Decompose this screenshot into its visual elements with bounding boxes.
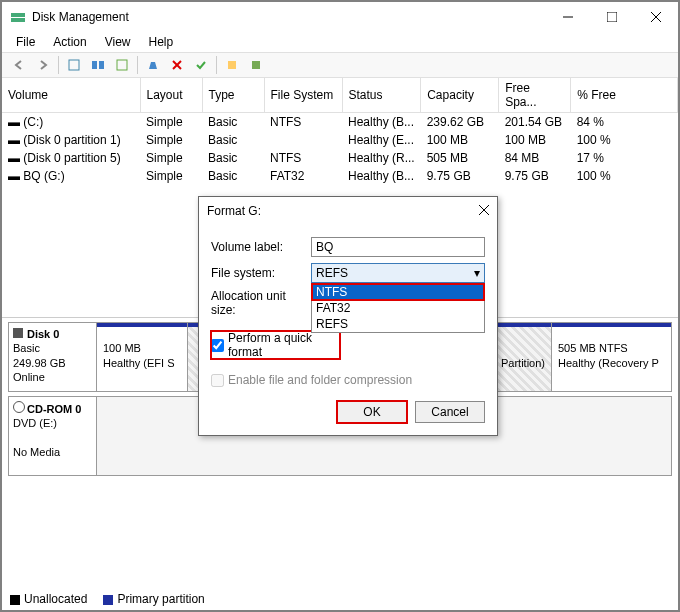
table-row[interactable]: ▬ (Disk 0 partition 5)SimpleBasicNTFSHea… [2,149,678,167]
table-row[interactable]: ▬ BQ (G:)SimpleBasicFAT32Healthy (B...9.… [2,167,678,185]
svg-rect-8 [99,61,104,69]
svg-rect-7 [92,61,97,69]
maximize-button[interactable] [590,2,634,32]
menu-help[interactable]: Help [141,33,182,51]
titlebar: Disk Management [2,2,678,32]
disk-header[interactable]: Disk 0 Basic 249.98 GB Online [9,323,97,391]
delete-icon[interactable] [166,54,188,76]
col-status[interactable]: Status [342,78,421,113]
window-title: Disk Management [32,10,546,24]
svg-rect-12 [228,61,236,69]
filesystem-dropdown: NTFS FAT32 REFS [311,283,485,333]
tool-icon[interactable] [111,54,133,76]
minimize-button[interactable] [546,2,590,32]
dialog-title: Format G: [207,204,261,218]
quick-format-checkbox[interactable]: Perform a quick format [211,331,340,359]
back-icon[interactable] [8,54,30,76]
close-icon[interactable] [479,204,489,218]
ok-button[interactable]: OK [337,401,407,423]
svg-rect-1 [11,18,25,22]
table-row[interactable]: ▬ (C:)SimpleBasicNTFSHealthy (B...239.62… [2,113,678,132]
toolbar [2,52,678,78]
cancel-button[interactable]: Cancel [415,401,485,423]
menu-file[interactable]: File [8,33,43,51]
format-dialog: Format G: Volume label: File system: REF… [198,196,498,436]
tool-icon[interactable] [63,54,85,76]
tool-icon[interactable] [87,54,109,76]
chevron-down-icon: ▾ [474,266,480,280]
app-icon [10,9,26,25]
check-icon[interactable] [190,54,212,76]
disk-icon [13,328,23,338]
option-ntfs[interactable]: NTFS [312,284,484,300]
tool-icon[interactable] [221,54,243,76]
col-layout[interactable]: Layout [140,78,202,113]
option-refs[interactable]: REFS [312,316,484,332]
col-type[interactable]: Type [202,78,264,113]
col-fs[interactable]: File System [264,78,342,113]
legend-swatch [103,595,113,605]
svg-rect-3 [607,12,617,22]
col-free[interactable]: Free Spa... [499,78,571,113]
disk-header[interactable]: CD-ROM 0 DVD (E:) No Media [9,397,97,475]
filesystem-select[interactable]: REFS▾ NTFS FAT32 REFS [311,263,485,283]
close-button[interactable] [634,2,678,32]
volume-label-input[interactable] [311,237,485,257]
compression-box [211,374,224,387]
legend-swatch [10,595,20,605]
table-row[interactable]: ▬ (Disk 0 partition 1)SimpleBasicHealthy… [2,131,678,149]
partition[interactable]: 100 MBHealthy (EFI S [97,323,187,391]
legend: Unallocated Primary partition [10,592,205,606]
partition[interactable]: 505 MB NTFSHealthy (Recovery P [551,323,671,391]
quick-format-box[interactable] [211,339,224,352]
svg-rect-0 [11,13,25,17]
menu-view[interactable]: View [97,33,139,51]
forward-icon[interactable] [32,54,54,76]
volume-label-label: Volume label: [211,240,311,254]
tool-icon[interactable] [142,54,164,76]
option-fat32[interactable]: FAT32 [312,300,484,316]
col-pct[interactable]: % Free [571,78,678,113]
svg-rect-6 [69,60,79,70]
svg-rect-13 [252,61,260,69]
col-capacity[interactable]: Capacity [421,78,499,113]
menu-action[interactable]: Action [45,33,94,51]
cdrom-icon [13,401,25,413]
svg-rect-9 [117,60,127,70]
allocation-label: Allocation unit size: [211,289,311,317]
compression-checkbox: Enable file and folder compression [211,373,485,387]
col-volume[interactable]: Volume [2,78,140,113]
tool-icon[interactable] [245,54,267,76]
menubar: File Action View Help [2,32,678,52]
filesystem-label: File system: [211,266,311,280]
